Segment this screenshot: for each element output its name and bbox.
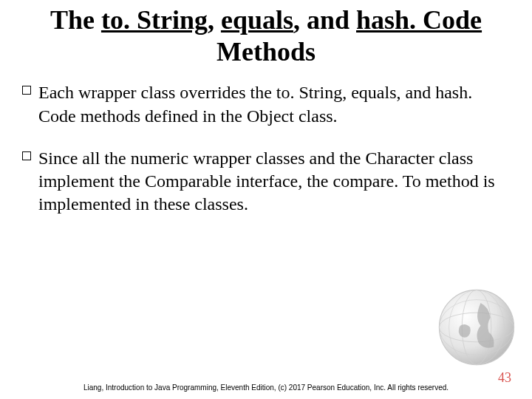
bullet-text: Each wrapper class overrides the to. Str… bbox=[38, 83, 472, 125]
title-text-pre: The bbox=[50, 5, 101, 35]
title-underline-1: to. String bbox=[101, 5, 208, 35]
bullet-square-icon bbox=[22, 151, 31, 160]
slide: The to. String, equals, and hash. Code M… bbox=[0, 0, 532, 399]
list-item: Since all the numeric wrapper classes an… bbox=[38, 147, 505, 216]
bullet-list: Each wrapper class overrides the to. Str… bbox=[10, 81, 522, 216]
title-sep-2: , and bbox=[293, 5, 356, 35]
title-text-post: Methods bbox=[216, 37, 316, 66]
page-number: 43 bbox=[498, 370, 511, 386]
title-underline-2: equals bbox=[221, 5, 293, 35]
title-underline-3: hash. Code bbox=[356, 5, 482, 35]
footer-citation: Liang, Introduction to Java Programming,… bbox=[0, 383, 532, 392]
title-sep-1: , bbox=[208, 5, 221, 35]
globe-icon bbox=[436, 287, 517, 368]
list-item: Each wrapper class overrides the to. Str… bbox=[38, 81, 505, 127]
bullet-text: Since all the numeric wrapper classes an… bbox=[38, 149, 495, 214]
bullet-square-icon bbox=[22, 86, 31, 95]
slide-title: The to. String, equals, and hash. Code M… bbox=[10, 4, 522, 68]
svg-point-0 bbox=[439, 290, 514, 364]
